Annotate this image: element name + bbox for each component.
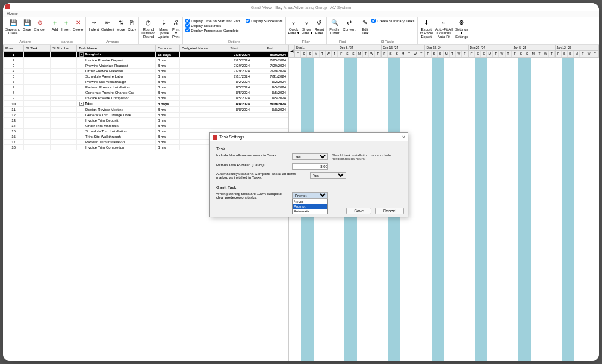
planning-select[interactable]: Prompt	[292, 192, 328, 199]
auto-update-select[interactable]: Yes	[310, 172, 346, 179]
weekend-stripe	[524, 58, 530, 361]
round-icon: ◷	[144, 19, 152, 27]
task-section-label: Task	[216, 147, 402, 151]
table-row[interactable]: 7Perform Prewire Installation8 hrs8/5/20…	[4, 85, 288, 90]
dropdown-option[interactable]: Automatic	[293, 209, 327, 214]
filter-group-label: Filter	[288, 40, 324, 43]
table-row[interactable]: 14Order Trim Materials8 hrs	[4, 123, 288, 129]
table-row[interactable]: 1-Rough-In18 days7/25/20248/19/2024	[4, 52, 288, 58]
save-close-icon: 💾	[9, 19, 17, 27]
mass-update-icon: ⇣	[160, 19, 168, 27]
add-icon: ＋	[51, 19, 59, 27]
sitasks-group-label: SI Tasks	[361, 40, 414, 43]
print-button[interactable]: 🖨Print ▾ Print	[172, 19, 180, 39]
task-settings-dialog: Task Settings × Task Include Miscellaneo…	[209, 132, 408, 217]
weekend-stripe	[432, 58, 438, 361]
edit-task-button[interactable]: ✎Edit Task	[361, 19, 369, 35]
dialog-save-button[interactable]: Save	[346, 208, 371, 214]
table-row[interactable]: 13Invoice Trim Deposit8 hrs	[4, 118, 288, 123]
table-row[interactable]: 3Prewire Materials Request8 hrs7/29/2024…	[4, 63, 288, 69]
delete-icon: ✕	[74, 19, 82, 27]
table-row[interactable]: 11Design Review Meeting8 hrs8/8/20248/8/…	[4, 107, 288, 113]
display-pct-checkbox[interactable]: Display Percentage Complete	[185, 28, 240, 32]
gantt-back-button[interactable]: ◀	[289, 45, 295, 57]
autofit-button[interactable]: ↔Auto-Fit All Columns Auto-Fit	[435, 19, 453, 39]
tree-toggle-icon[interactable]: -	[79, 102, 84, 106]
col-row[interactable]: Row	[4, 45, 24, 52]
include-misc-label: Include Miscellaneous Hours in Tasks:	[216, 153, 288, 157]
quick-filter-button[interactable]: ▿Quick Filter ▾	[288, 19, 299, 35]
dialog-icon	[213, 135, 217, 140]
dialog-cancel-button[interactable]: Cancel	[375, 208, 404, 214]
table-row[interactable]: 5Schedule Prewire Labor8 hrs7/31/20247/3…	[4, 74, 288, 79]
dropdown-option[interactable]: Never	[293, 199, 327, 204]
table-row[interactable]: 2Invoice Prewire Deposit8 hrs7/25/20247/…	[4, 58, 288, 63]
include-misc-note: Should task installation hours include m…	[332, 153, 402, 161]
display-resources-checkbox[interactable]: Display Resources	[185, 23, 240, 28]
show-filter-button[interactable]: ▿Show Filter ▾	[302, 19, 312, 35]
col-duration[interactable]: Duration	[156, 45, 180, 52]
col-start[interactable]: Start	[216, 45, 252, 52]
col-end[interactable]: End	[252, 45, 288, 52]
create-summary-checkbox[interactable]: Create Summary Tasks	[371, 19, 414, 23]
export-excel-button[interactable]: ⬇Export to Excel Export	[420, 19, 433, 39]
move-icon: ⇅	[117, 19, 125, 27]
table-row[interactable]: 9Invoice Prewire Completion8 hrs8/5/2024…	[4, 96, 288, 101]
delete-button[interactable]: ✕Delete	[73, 19, 83, 31]
cancel-icon: ⊘	[36, 19, 44, 27]
reset-filter-button[interactable]: ↺Reset Filter	[315, 19, 324, 35]
minimize-button[interactable]: —	[591, 5, 595, 10]
dialog-title: Task Settings	[219, 135, 244, 139]
col-sinumber[interactable]: SI Number	[51, 45, 77, 52]
planning-label: When planning tasks are 100% complete cl…	[216, 192, 288, 199]
window-controls[interactable]: —	[591, 5, 595, 10]
col-taskname[interactable]: Task Name	[77, 45, 156, 52]
col-sitask[interactable]: SI Task	[24, 45, 51, 52]
display-time-checkbox[interactable]: Display Time on Start and End	[185, 19, 240, 23]
gantt-week-column: Dec 29, '24FSSMTWT	[469, 45, 512, 57]
options-group-label: Options	[185, 40, 282, 43]
copy-button[interactable]: ⎘Copy	[128, 19, 136, 31]
weekend-stripe	[568, 58, 574, 361]
gantt-week-column: Dec 1, 'FSSMTWT	[295, 45, 338, 57]
cancel-button[interactable]: ⊘Cancel	[34, 19, 45, 31]
gantt-week-column: Dec 15, '24FSSMTWT	[382, 45, 425, 57]
col-budgeted[interactable]: Budgeted Hours	[180, 45, 216, 52]
table-row[interactable]: 8Generate Prewire Change Ord8 hrs8/5/202…	[4, 90, 288, 96]
dropdown-option[interactable]: Prompt	[293, 204, 327, 209]
convert-icon: ⇄	[345, 19, 353, 27]
outdent-button[interactable]: ⇤Outdent	[101, 19, 114, 31]
move-button[interactable]: ⇅Move	[116, 19, 125, 31]
filter-icon: ▿	[290, 19, 298, 27]
weekend-stripe	[481, 58, 487, 361]
weekend-stripe	[518, 58, 524, 361]
indent-button[interactable]: ⇥Indent	[88, 19, 99, 31]
default-duration-input[interactable]	[292, 163, 328, 170]
weekend-stripe	[475, 58, 481, 361]
gantt-week-column: Jan 12, '25FSSMTWT	[556, 45, 599, 57]
mass-update-button[interactable]: ⇣Mass Update Update	[158, 19, 169, 39]
home-tab[interactable]: Home	[3, 11, 599, 17]
add-button[interactable]: ＋Add	[51, 19, 59, 31]
actions-group-label: Actions	[5, 40, 45, 43]
tree-toggle-icon[interactable]: -	[79, 52, 84, 57]
planning-dropdown-list: NeverPromptAutomatic	[292, 199, 328, 214]
find-in-chart-button[interactable]: 🔍Find in Chart	[329, 19, 340, 35]
table-row[interactable]: 6Prewire Site Walkthrough8 hrs8/2/20248/…	[4, 79, 288, 85]
convert-button[interactable]: ⇄Convert	[343, 19, 355, 31]
table-row[interactable]: 4Order Prewire Materials8 hrs7/29/20247/…	[4, 69, 288, 74]
round-duration-button[interactable]: ◷Round Duration Round	[141, 19, 155, 39]
gantt-week-column: Dec 22, '24FSSMTWT	[425, 45, 468, 57]
save-close-button[interactable]: 💾Save and Close	[5, 19, 20, 35]
print-icon: 🖨	[172, 19, 180, 27]
table-row[interactable]: 10-Trim8 days8/8/20248/19/2024	[4, 101, 288, 107]
gantt-section-label: Gantt Task	[216, 185, 402, 190]
autofit-icon: ↔	[439, 19, 448, 27]
include-misc-select[interactable]: Yes	[292, 153, 328, 160]
settings-button[interactable]: ⚙Settings ▾ Settings	[455, 19, 468, 39]
dialog-close-button[interactable]: ×	[402, 134, 405, 140]
display-successors-checkbox[interactable]: Display Successors	[246, 19, 282, 23]
save-button[interactable]: 💾Save	[23, 19, 31, 31]
table-row[interactable]: 12Generate Trim Change Orde8 hrs	[4, 113, 288, 118]
insert-button[interactable]: ＋Insert	[61, 19, 70, 31]
